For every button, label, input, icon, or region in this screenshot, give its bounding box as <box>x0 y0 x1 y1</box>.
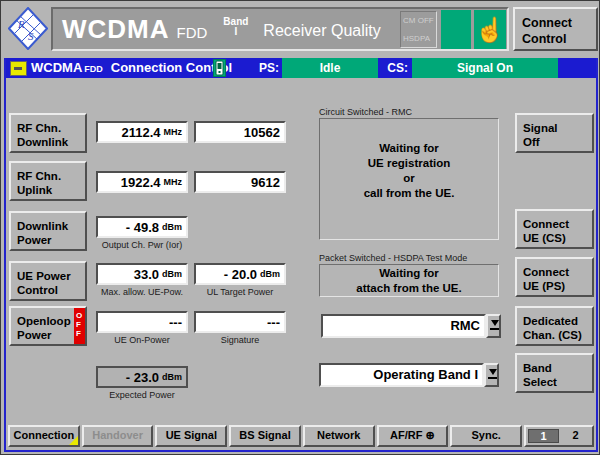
signature-value: --- <box>267 315 280 330</box>
softkey-connect-ue-ps[interactable]: Connect UE (PS) <box>515 257 594 297</box>
app-brand: WCDMA <box>62 14 170 45</box>
dropdown-underline-glyph <box>490 328 499 330</box>
softkey-openloop-power[interactable]: Openloop PowerOFF <box>9 306 87 346</box>
downlink-frequency-field[interactable]: 2112.4 MHz <box>96 121 188 143</box>
downlink-power-field[interactable]: - 49.8 dBm <box>96 216 188 238</box>
softkey-dedicated-chan-cs[interactable]: Dedicated Chan. (CS) <box>515 306 594 346</box>
softkey-connect-ue-cs[interactable]: Connect UE (CS) <box>515 209 594 249</box>
uplink-frequency-field[interactable]: 1922.4 MHz <box>96 171 188 193</box>
ue-on-power-value: --- <box>169 315 182 330</box>
expected-power-value: - 23.0 <box>126 370 159 385</box>
ul-target-power-caption: UL Target Power <box>190 287 290 297</box>
operating-band-dropdown-button[interactable] <box>484 363 499 387</box>
softkey-signal-off[interactable]: Signal Off <box>515 113 594 153</box>
connection-type-dropdown-button[interactable] <box>486 314 501 338</box>
connection-type-dropdown[interactable]: RMC <box>321 314 501 338</box>
downlink-power-unit: dBm <box>162 222 182 232</box>
ps-status-panel: Waiting for attach from the UE. <box>319 264 499 297</box>
tab-sync-label: Sync. <box>471 429 500 441</box>
dropdown-underline-glyph <box>488 377 497 379</box>
tab-connection[interactable]: Connection <box>8 425 80 447</box>
ps-status-label: PS: <box>239 61 279 75</box>
openloop-off-badge: OFF <box>74 308 85 344</box>
softkey-rf-chn-downlink[interactable]: RF Chn. Downlink <box>9 113 87 153</box>
page-selector: 1 2 <box>524 425 594 447</box>
ul-target-power-field[interactable]: - 20.0 dBm <box>194 263 286 285</box>
cs-status-message: Waiting for UE registration or call from… <box>320 141 498 201</box>
downlink-channel-value: 10562 <box>244 125 280 140</box>
app-mode: FDD <box>177 24 208 41</box>
tab-bs-signal-label: BS Signal <box>239 429 290 441</box>
uplink-frequency-unit: MHz <box>164 177 183 187</box>
max-ue-power-field[interactable]: 33.0 dBm <box>96 263 188 285</box>
downlink-power-value: - 49.8 <box>126 220 159 235</box>
connection-control-window: WCDMAFDDConnection Control PS: Idle CS: … <box>4 58 598 452</box>
manual-control-button[interactable]: ☝ <box>474 10 506 49</box>
svg-text:R: R <box>17 18 25 30</box>
ps-panel-title: Packet Switched - HSDPA Test Mode <box>319 253 467 263</box>
connection-type-value[interactable]: RMC <box>321 314 486 338</box>
window-title-app: WCDMA <box>31 60 82 75</box>
tab-bs-signal[interactable]: BS Signal <box>229 425 301 447</box>
softkey-ue-power-control[interactable]: UE Power Control <box>9 261 87 301</box>
ue-on-power-caption: UE On-Power <box>92 335 192 345</box>
application-title-panel: WCDMA FDD Band I Receiver Quality CM OFF… <box>51 7 509 51</box>
signature-field: --- <box>194 311 286 333</box>
tab-af-rf[interactable]: AF/RF ⊕ <box>377 425 449 447</box>
cmu200-screen: R S WCDMA FDD Band I Receiver Quality CM… <box>0 0 600 455</box>
screen-title: Receiver Quality <box>263 22 380 40</box>
ul-target-power-unit: dBm <box>260 269 280 279</box>
expected-power-caption: Expected Power <box>92 390 192 400</box>
window-title: WCDMAFDDConnection Control <box>31 60 232 75</box>
downlink-frequency-value: 2112.4 <box>121 125 160 140</box>
bottom-tab-bar: Connection Handover UE Signal BS Signal … <box>8 425 594 447</box>
window-menu-icon[interactable] <box>10 61 27 76</box>
chevron-down-icon <box>489 369 497 375</box>
svg-text:S: S <box>28 30 34 42</box>
softkey-band-select[interactable]: Band Select <box>515 353 594 393</box>
tab-network[interactable]: Network <box>303 425 375 447</box>
hand-icon: ☝ <box>475 16 505 43</box>
page-1-button[interactable]: 1 <box>528 429 559 443</box>
menu-bar-glyph <box>14 67 22 70</box>
max-ue-power-value: 33.0 <box>134 267 159 282</box>
ps-status-value: Idle <box>282 58 378 78</box>
downlink-frequency-unit: MHz <box>164 127 183 137</box>
operating-band-dropdown[interactable]: Operating Band I <box>319 363 499 387</box>
cm-status: CM OFF <box>403 16 434 25</box>
active-tab-marker-icon <box>69 436 78 445</box>
operating-band-value[interactable]: Operating Band I <box>319 363 484 387</box>
connect-control-button[interactable]: Connect Control <box>513 7 598 51</box>
max-ue-power-caption: Max. allow. UE-Pow. <box>92 287 192 297</box>
ue-phone-icon <box>213 59 226 77</box>
chevron-down-icon <box>491 320 499 326</box>
downlink-channel-field[interactable]: 10562 <box>194 121 286 143</box>
cs-status-value: Signal On <box>412 58 558 78</box>
softkey-rf-chn-uplink[interactable]: RF Chn. Uplink <box>9 161 87 201</box>
hsdpa-status: HSDPA <box>403 34 434 43</box>
cs-panel-title: Circuit Switched - RMC <box>319 107 412 117</box>
ue-on-power-field: --- <box>96 311 188 333</box>
tab-ue-signal[interactable]: UE Signal <box>155 425 227 447</box>
af-rf-connector-icon: ⊕ <box>426 429 435 441</box>
band-indicator: Band I <box>223 17 248 37</box>
expected-power-unit: dBm <box>162 372 182 382</box>
page-2-button[interactable]: 2 <box>561 429 590 443</box>
tab-sync[interactable]: Sync. <box>450 425 522 447</box>
tab-network-label: Network <box>317 429 360 441</box>
cm-hsdpa-status-box: CM OFF HSDPA <box>400 11 437 48</box>
uplink-frequency-value: 1922.4 <box>121 175 161 190</box>
band-number: I <box>234 26 237 37</box>
expected-power-field: - 23.0 dBm <box>96 366 188 388</box>
uplink-channel-value: 9612 <box>251 175 280 190</box>
cs-status-label: CS: <box>380 61 408 75</box>
softkey-downlink-power[interactable]: Downlink Power <box>9 211 87 251</box>
tab-handover-label: Handover <box>92 429 143 441</box>
uplink-channel-field[interactable]: 9612 <box>194 171 286 193</box>
window-titlebar: WCDMAFDDConnection Control PS: Idle CS: … <box>6 58 596 78</box>
tab-handover: Handover <box>82 425 154 447</box>
window-title-mode: FDD <box>84 64 103 74</box>
tab-ue-signal-label: UE Signal <box>166 429 217 441</box>
rohde-schwarz-logo-icon: R S <box>8 7 48 50</box>
softkey-openloop-label: Openloop Power <box>17 315 71 341</box>
